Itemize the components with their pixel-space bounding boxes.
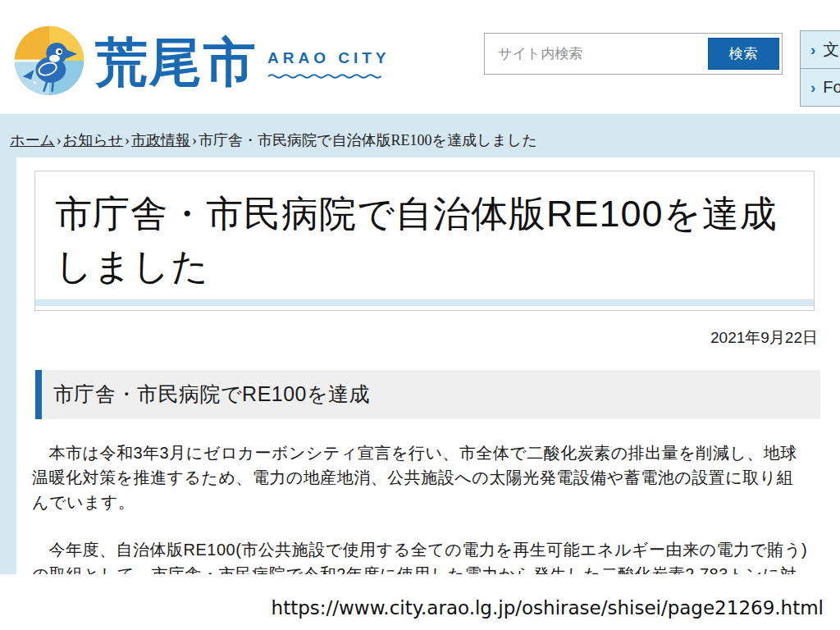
font-size-link-label: 文 — [823, 39, 839, 61]
chevron-right-icon: › — [810, 42, 815, 57]
site-header: 荒尾市 ARAO CITY 検索 › 文 › Fo — [0, 0, 840, 114]
page-url-caption: https://www.city.arao.lg.jp/oshirase/shi… — [0, 574, 840, 619]
header-quick-links: › 文 › Fo — [800, 30, 840, 107]
article-title-box: 市庁舎・市民病院で自治体版RE100を達成しました — [34, 171, 815, 311]
breadcrumb-city-info-link[interactable]: 市政情報 — [131, 132, 190, 148]
breadcrumb-current-page: 市庁舎・市民病院で自治体版RE100を達成しました — [199, 132, 537, 148]
wavy-underline-icon — [267, 73, 382, 80]
breadcrumb-news-link[interactable]: お知らせ — [63, 132, 123, 148]
foreign-language-link-label: Fo — [823, 78, 840, 97]
site-search: 検索 — [484, 33, 783, 75]
breadcrumb-separator: › — [125, 132, 130, 148]
breadcrumb: ホーム›お知らせ›市政情報›市庁舎・市民病院で自治体版RE100を達成しました — [0, 114, 840, 150]
article-panel: 市庁舎・市民病院で自治体版RE100を達成しました 2021年9月22日 市庁舎… — [16, 158, 840, 574]
foreign-language-link[interactable]: › Fo — [800, 68, 840, 107]
breadcrumb-separator: › — [57, 132, 62, 148]
search-button[interactable]: 検索 — [708, 38, 779, 70]
site-logo-link[interactable]: 荒尾市 ARAO CITY — [11, 23, 390, 100]
bird-sun-water-logo-icon — [11, 23, 87, 98]
caption-area: https://www.city.arao.lg.jp/oshirase/shi… — [0, 574, 840, 630]
page-title: 市庁舎・市民病院で自治体版RE100を達成しました — [35, 188, 814, 293]
breadcrumb-separator: › — [192, 132, 197, 148]
chevron-right-icon: › — [810, 80, 815, 95]
breadcrumb-home-link[interactable]: ホーム — [10, 132, 55, 148]
page: 荒尾市 ARAO CITY 検索 › 文 › Fo ホ — [0, 0, 840, 630]
font-size-link[interactable]: › 文 — [800, 30, 840, 69]
article-paragraph: 今年度、自治体版RE100(市公共施設で使用する全ての電力を再生可能エネルギー由… — [32, 537, 810, 574]
title-accent-strip — [35, 299, 814, 306]
site-name-japanese: 荒尾市 — [95, 25, 258, 100]
site-name-english: ARAO CITY — [267, 49, 390, 67]
section-heading: 市庁舎・市民病院でRE100を達成 — [35, 370, 820, 419]
article-date: 2021年9月22日 — [16, 327, 818, 349]
content-band: ホーム›お知らせ›市政情報›市庁舎・市民病院で自治体版RE100を達成しました … — [0, 114, 840, 574]
article-paragraph: 本市は令和3年3月にゼロカーボンシティ宣言を行い、市全体で二酸化炭素の排出量を削… — [32, 441, 810, 514]
